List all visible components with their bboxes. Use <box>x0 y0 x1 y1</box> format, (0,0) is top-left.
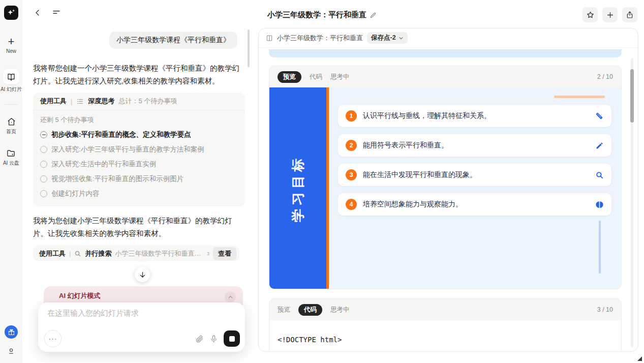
sidebar-item-label: New <box>6 48 16 54</box>
gift-button[interactable] <box>5 325 18 339</box>
todo-text: 深入研究:生活中的平行和垂直实例 <box>51 160 156 169</box>
scroll-to-bottom-button[interactable] <box>135 267 150 282</box>
pending-circle-icon <box>40 175 47 183</box>
arrow-down-icon <box>139 271 146 279</box>
share-icon <box>626 11 634 19</box>
todo-text: 初步收集:平行和垂直的概念、定义和教学要点 <box>51 130 191 139</box>
deep-think-tool-card: 使用工具 | 深度思考 总计：5 个待办事项 还剩 5 个待办事项 初步收集:平… <box>33 93 245 206</box>
stop-generation-button[interactable] <box>224 330 240 347</box>
pencil-icon <box>595 141 604 150</box>
goal-number: 4 <box>346 199 357 210</box>
split-circle-icon <box>595 200 604 209</box>
goal-number: 2 <box>346 140 357 151</box>
ruler-icon <box>595 111 604 120</box>
more-options-button[interactable]: ··· <box>44 330 62 347</box>
window-resize-grip[interactable] <box>637 356 642 361</box>
prompt-input-card: ··· <box>38 302 245 352</box>
chat-scrollbar[interactable] <box>248 29 250 67</box>
search-icon <box>595 171 604 179</box>
mode-label: AI 幻灯片模式 <box>59 291 101 300</box>
chevron-down-icon <box>398 36 404 41</box>
tab-preview[interactable]: 预览 <box>278 71 301 83</box>
page-title: 小学三年级数学：平行和垂直 <box>267 10 366 20</box>
star-icon <box>586 11 595 19</box>
left-rail: + New AI 幻灯片 首页 AI 云盘 <box>0 0 22 363</box>
favorite-button[interactable] <box>582 7 598 22</box>
sidebar-item-ai-slides[interactable]: AI 幻灯片 <box>1 69 22 93</box>
back-button[interactable] <box>34 9 42 17</box>
goal-item: 2 能用符号表示平行和垂直。 <box>338 134 611 157</box>
separator: | <box>71 98 72 105</box>
slides-preview-panel: 小学三年级数学：平行和垂直 保存点-2 预览 代码 思考中 2 / 10 学习目… <box>258 28 638 352</box>
gift-icon <box>8 328 15 336</box>
sidebar-item-label: 首页 <box>6 128 16 135</box>
sidebar-item-label: AI 幻灯片 <box>1 86 22 93</box>
plus-icon <box>606 11 615 19</box>
user-avatar-button[interactable] <box>7 347 16 356</box>
home-icon <box>7 117 16 127</box>
app-logo[interactable] <box>4 6 18 20</box>
attach-file-button[interactable] <box>192 331 206 346</box>
document-title: 小学三年级数学：平行和垂直 <box>277 34 363 43</box>
tool-card-header[interactable]: 使用工具 | 深度思考 总计：5 个待办事项 <box>33 93 245 110</box>
sidebar-item-ai-drive[interactable]: AI 云盘 <box>3 148 19 167</box>
sidebar-item-home[interactable]: 首页 <box>6 117 16 135</box>
title-underline <box>554 96 605 98</box>
slide-card-tabs: 预览 代码 思考中 2 / 10 <box>269 66 621 87</box>
goal-number: 1 <box>346 110 357 122</box>
assistant-message: 我将为您创建小学三年级数学课程《平行和垂直》的教学幻灯片。让我先收集相关的教学内… <box>33 215 240 240</box>
goal-item: 4 培养空间想象能力与观察能力。 <box>338 193 611 216</box>
todo-text: 视觉增强收集:平行和垂直的图示和示例图片 <box>51 174 183 184</box>
savepoint-selector[interactable]: 保存点-2 <box>367 32 408 44</box>
parallel-search-tool-row: 使用工具 | 并行搜索 小学三年级数学平行和垂直教学设计 3 查看 <box>33 246 239 261</box>
tool-label: 使用工具 <box>40 97 67 106</box>
decorative-line <box>599 221 601 274</box>
tool-summary: 总计：5 个待办事项 <box>118 97 177 106</box>
rail-divider <box>5 104 18 105</box>
prompt-input[interactable] <box>47 309 236 317</box>
history-toggle-icon[interactable] <box>52 9 61 16</box>
goal-text: 认识平行线与垂线，理解其特征和关系。 <box>363 111 595 120</box>
share-button[interactable] <box>622 7 637 22</box>
tab-code[interactable]: 代码 <box>310 73 322 81</box>
pending-circle-icon <box>40 146 47 153</box>
todo-item: 深入研究:小学三年级平行与垂直的教学方法和案例 <box>40 145 238 154</box>
todo-item: 初步收集:平行和垂直的概念、定义和教学要点 <box>40 130 238 139</box>
view-button[interactable]: 查看 <box>213 247 236 260</box>
tab-preview[interactable]: 预览 <box>278 306 290 314</box>
previous-slide-edge <box>269 49 622 57</box>
tab-thinking[interactable]: 思考中 <box>330 73 350 81</box>
sparkle-icon <box>6 8 16 18</box>
assistant-message: 我将帮您创建一个小学三年级数学课程《平行和垂直》的教学幻灯片。让我先进行深入研究… <box>33 62 240 87</box>
tool-name: 并行搜索 <box>85 249 111 258</box>
goal-text: 能用符号表示平行和垂直。 <box>363 141 595 150</box>
goal-item: 1 认识平行线与垂线，理解其特征和关系。 <box>338 105 611 127</box>
new-chat-button[interactable] <box>602 7 618 22</box>
document-header: 小学三年级数学：平行和垂直 保存点-2 <box>259 28 638 48</box>
pending-circle-icon <box>40 161 47 168</box>
document-icon <box>266 35 273 42</box>
user-message-bubble: 小学三年级数学课程《平行和垂直》 <box>109 32 237 49</box>
header-actions <box>582 7 637 22</box>
sidebar-item-new[interactable]: + New <box>6 37 16 54</box>
todo-item: 深入研究:生活中的平行和垂直实例 <box>40 160 238 169</box>
search-icon <box>74 250 81 257</box>
voice-input-button[interactable] <box>206 331 221 346</box>
tool-name: 深度思考 <box>88 97 114 106</box>
collapse-mode-button[interactable] <box>225 291 236 302</box>
checklist-icon <box>76 98 84 105</box>
stop-icon <box>229 336 235 342</box>
panel-scrollbar-thumb[interactable] <box>630 69 634 123</box>
search-query: 小学三年级数学平行和垂直教学设计 <box>115 249 205 258</box>
pending-circle-icon <box>40 190 47 197</box>
tab-thinking[interactable]: 思考中 <box>330 306 350 314</box>
slide-body: 1 认识平行线与垂线，理解其特征和关系。 2 能用符号表示平行和垂直。 3 能在… <box>329 87 621 289</box>
page-indicator: 2 / 10 <box>597 73 613 80</box>
goal-text: 能在生活中发现平行和垂直的现象。 <box>363 170 595 179</box>
edit-title-icon[interactable] <box>370 12 377 19</box>
slide-card-tabs: 预览 代码 思考中 3 / 10 <box>269 299 621 320</box>
tab-code[interactable]: 代码 <box>298 304 322 316</box>
todo-text: 创建幻灯片内容 <box>51 189 100 198</box>
goal-item: 3 能在生活中发现平行和垂直的现象。 <box>338 164 611 186</box>
chat-panel: 小学三年级数学课程《平行和垂直》 我将帮您创建一个小学三年级数学课程《平行和垂直… <box>22 0 254 363</box>
